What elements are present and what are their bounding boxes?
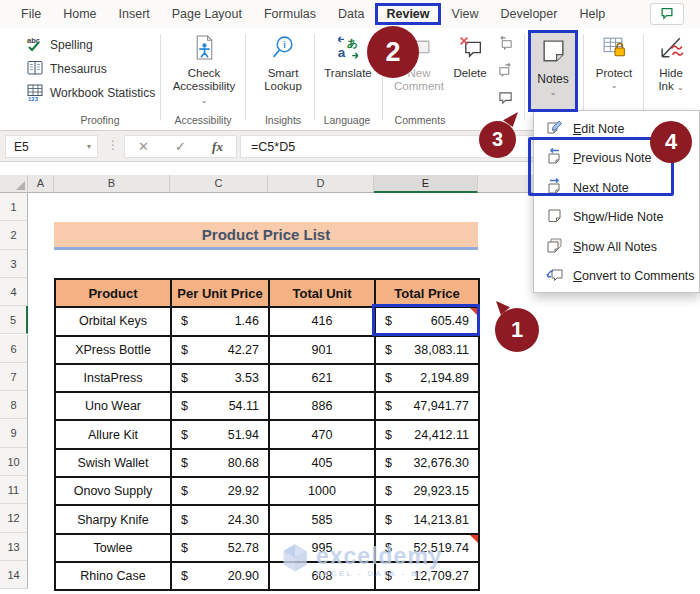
total-price-cell[interactable]: $32,676.30	[375, 449, 479, 477]
row-header-13[interactable]: 13	[0, 533, 28, 561]
product-name-cell[interactable]: Swish Wallet	[55, 449, 171, 477]
total-unit-cell[interactable]: 416	[269, 307, 375, 335]
column-header-d[interactable]: D	[268, 175, 374, 193]
amount: 47,941.77	[413, 399, 469, 413]
tab-data[interactable]: Data	[327, 3, 375, 25]
tab-insert[interactable]: Insert	[108, 3, 161, 25]
column-header-c[interactable]: C	[170, 175, 268, 193]
delete-comment-button[interactable]: Delete	[444, 34, 496, 80]
unit-price-cell[interactable]: $80.68	[171, 449, 269, 477]
total-unit-cell[interactable]: 608	[269, 562, 375, 590]
unit-price-cell[interactable]: $51.94	[171, 420, 269, 448]
enter-icon[interactable]	[175, 139, 186, 154]
column-header-a[interactable]: A	[28, 175, 54, 193]
tab-home[interactable]: Home	[52, 3, 107, 25]
product-name-cell[interactable]: Towlee	[55, 534, 171, 562]
tab-page-layout[interactable]: Page Layout	[161, 3, 253, 25]
product-name-cell[interactable]: Orbital Keys	[55, 307, 171, 335]
tab-review[interactable]: Review	[375, 3, 440, 25]
total-price-cell[interactable]: $38,083.11	[375, 336, 479, 364]
check-accessibility-button[interactable]: Check Accessibility	[168, 34, 240, 106]
currency-symbol: $	[181, 371, 188, 385]
unit-price-cell[interactable]: $24.30	[171, 505, 269, 533]
unit-price-cell[interactable]: $3.53	[171, 364, 269, 392]
product-name-cell[interactable]: Rhino Case	[55, 562, 171, 590]
row-header-11[interactable]: 11	[0, 476, 28, 504]
column-header-e[interactable]: E	[374, 175, 478, 193]
spelling-button[interactable]: abc Spelling	[26, 34, 93, 56]
notes-label: Notes	[537, 72, 568, 86]
total-price-cell[interactable]: $29,923.15	[375, 477, 479, 505]
tab-view[interactable]: View	[441, 3, 490, 25]
total-unit-cell[interactable]: 995	[269, 534, 375, 562]
menu-item-convert-to-comments[interactable]: Convert to Comments	[534, 262, 699, 292]
column-header-b[interactable]: B	[54, 175, 170, 193]
tab-developer[interactable]: Developer	[489, 3, 568, 25]
total-price-cell[interactable]: $24,412.11	[375, 420, 479, 448]
thesaurus-button[interactable]: Thesaurus	[26, 58, 107, 80]
smart-lookup-button[interactable]: i Smart Lookup	[257, 34, 309, 93]
hide-ink-button[interactable]: Hide Ink	[646, 34, 696, 93]
sheet-title-cell[interactable]: Product Price List	[54, 222, 478, 250]
total-price-cell[interactable]: $14,213.81	[375, 505, 479, 533]
name-box[interactable]: E5	[5, 135, 98, 158]
formula-bar-separator	[107, 138, 119, 152]
unit-price-cell[interactable]: $42.27	[171, 336, 269, 364]
total-unit-cell[interactable]: 621	[269, 364, 375, 392]
product-name-cell[interactable]: Uno Wear	[55, 392, 171, 420]
menu-item-show-hide-note[interactable]: Show/Hide Note	[534, 203, 699, 233]
product-name-cell[interactable]: Onovo Supply	[55, 477, 171, 505]
previous-comment-icon[interactable]	[498, 36, 513, 55]
comments-button[interactable]	[650, 3, 684, 25]
svg-text:i: i	[283, 40, 285, 50]
total-unit-cell[interactable]: 405	[269, 449, 375, 477]
product-name-cell[interactable]: InstaPress	[55, 364, 171, 392]
total-price-cell[interactable]: $2,194.89	[375, 364, 479, 392]
row-header-5[interactable]: 5	[0, 306, 28, 334]
total-unit-cell[interactable]: 585	[269, 505, 375, 533]
product-name-cell[interactable]: Sharpy Knife	[55, 505, 171, 533]
row-header-12[interactable]: 12	[0, 504, 28, 532]
total-unit-cell[interactable]: 901	[269, 336, 375, 364]
row-header-3[interactable]: 3	[0, 250, 28, 278]
row-header-9[interactable]: 9	[0, 419, 28, 447]
unit-price-cell[interactable]: $20.90	[171, 562, 269, 590]
total-unit-cell[interactable]: 470	[269, 420, 375, 448]
row-header-2[interactable]: 2	[0, 221, 28, 249]
tab-formulas[interactable]: Formulas	[253, 3, 327, 25]
unit-price-cell[interactable]: $1.46	[171, 307, 269, 335]
name-box-dropdown-icon[interactable]	[87, 142, 97, 151]
annotation-step-4: 4	[650, 121, 692, 163]
product-name-cell[interactable]: Allure Kit	[55, 420, 171, 448]
menu-item-next-note[interactable]: Next Note	[534, 173, 699, 203]
row-header-7[interactable]: 7	[0, 363, 28, 391]
proofing-group-label: Proofing	[80, 114, 119, 126]
workbook-statistics-button[interactable]: 123 Workbook Statistics	[26, 82, 155, 104]
total-unit-cell[interactable]: 886	[269, 392, 375, 420]
total-price-cell[interactable]: $47,941.77	[375, 392, 479, 420]
unit-price-cell[interactable]: $29.92	[171, 477, 269, 505]
total-unit-cell[interactable]: 1000	[269, 477, 375, 505]
row-header-6[interactable]: 6	[0, 335, 28, 363]
unit-price-cell[interactable]: $52.78	[171, 534, 269, 562]
unit-price-cell[interactable]: $54.11	[171, 392, 269, 420]
tab-help[interactable]: Help	[568, 3, 616, 25]
menu-item-show-all-notes[interactable]: Show All Notes	[534, 232, 699, 262]
show-comments-icon[interactable]	[498, 90, 513, 109]
insert-function-icon[interactable]	[212, 139, 223, 155]
total-price-cell[interactable]: $12,709.27	[375, 562, 479, 590]
select-all-corner[interactable]	[0, 175, 28, 193]
row-header-4[interactable]: 4	[0, 278, 28, 306]
row-header-1[interactable]: 1	[0, 193, 28, 221]
row-header-14[interactable]: 14	[0, 561, 28, 589]
total-price-cell[interactable]: $605.49	[375, 307, 479, 335]
notes-button[interactable]: Notes	[528, 30, 578, 112]
row-header-10[interactable]: 10	[0, 448, 28, 476]
cancel-icon[interactable]	[138, 139, 149, 154]
total-price-cell[interactable]: $52,519.74	[375, 534, 479, 562]
tab-file[interactable]: File	[10, 3, 52, 25]
product-name-cell[interactable]: XPress Bottle	[55, 336, 171, 364]
row-header-8[interactable]: 8	[0, 391, 28, 419]
next-comment-icon[interactable]	[498, 63, 513, 82]
protect-button[interactable]: Protect	[588, 34, 640, 90]
